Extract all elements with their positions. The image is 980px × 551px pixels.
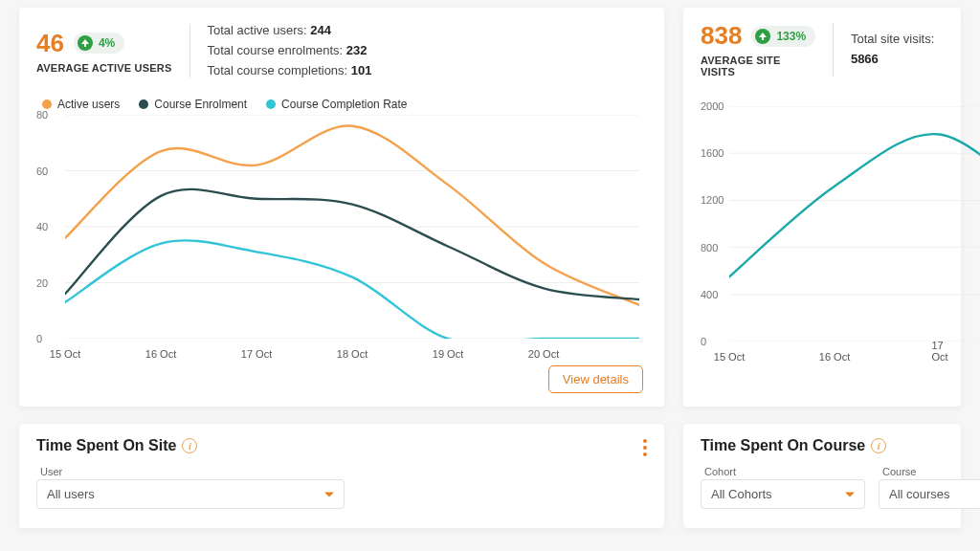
- course-select[interactable]: All courses: [879, 479, 980, 509]
- legend-dot-icon: [42, 99, 52, 109]
- divider: [833, 23, 834, 77]
- active-users-chart: 02040608015 Oct16 Oct17 Oct18 Oct19 Oct2…: [36, 115, 647, 360]
- kpi-stats: Total site visits: 5866: [851, 30, 944, 70]
- site-visits-chart: 040080012001600200015 Oct16 Oct17 Oct18: [701, 106, 944, 363]
- arrow-up-icon: [755, 29, 770, 44]
- avg-active-users-value: 46: [36, 29, 64, 58]
- time-spent-on-site-card: Time Spent On Site i User All users: [19, 424, 664, 528]
- avg-site-visits-label: AVERAGE SITE VISITS: [701, 55, 815, 77]
- legend-dot-icon: [266, 99, 276, 109]
- chevron-down-icon: [845, 492, 855, 496]
- section-title: Time Spent On Course: [701, 437, 865, 454]
- divider: [189, 24, 190, 77]
- cohort-select[interactable]: All Cohorts: [701, 479, 865, 509]
- chart-legend: Active users Course Enrolment Course Com…: [42, 98, 647, 111]
- arrow-up-icon: [78, 35, 93, 51]
- avg-active-users-label: AVERAGE ACTIVE USERS: [36, 62, 172, 74]
- user-select[interactable]: All users: [36, 479, 345, 509]
- info-icon[interactable]: i: [871, 438, 886, 453]
- chevron-down-icon: [324, 492, 334, 496]
- legend-dot-icon: [139, 99, 148, 109]
- kebab-menu-icon[interactable]: [639, 435, 651, 460]
- kpi-stats: Total active users: 244 Total course enr…: [208, 21, 372, 80]
- section-title: Time Spent On Site: [36, 437, 176, 454]
- filter-label: Course: [882, 466, 980, 477]
- time-spent-on-course-card: Time Spent On Course i Cohort All Cohort…: [683, 424, 961, 528]
- delta-badge: 133%: [751, 26, 815, 47]
- avg-site-visits-card: 838 133% AVERAGE SITE VISITS Total site …: [683, 8, 961, 407]
- filter-label: Cohort: [704, 466, 865, 477]
- view-details-button[interactable]: View details: [548, 365, 643, 393]
- avg-site-visits-value: 838: [701, 21, 742, 51]
- filter-label: User: [40, 466, 345, 477]
- avg-active-users-card: 46 4% AVERAGE ACTIVE USERS Total active …: [19, 8, 664, 407]
- info-icon[interactable]: i: [182, 438, 197, 453]
- delta-badge: 4%: [74, 33, 124, 54]
